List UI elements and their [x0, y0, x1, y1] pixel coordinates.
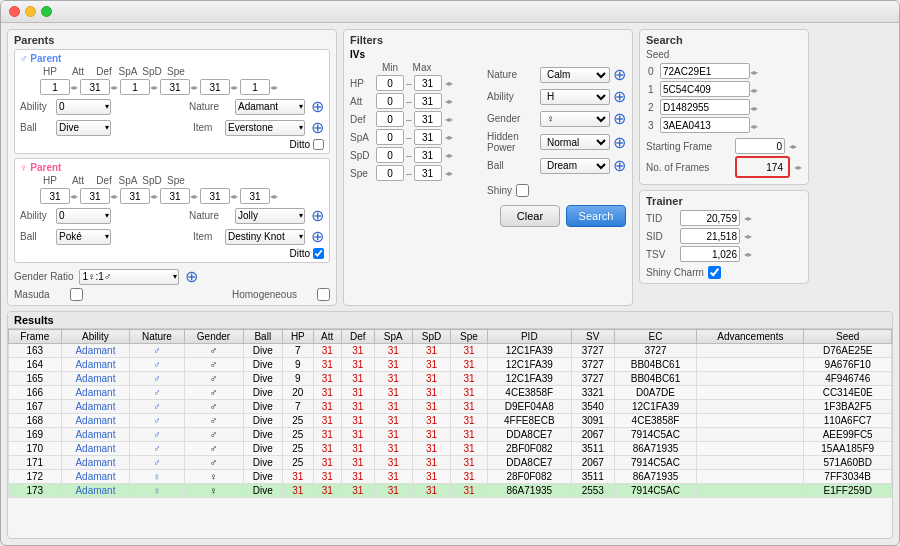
parent1-spe-input[interactable]	[240, 79, 270, 95]
filter-hp-label: HP	[350, 78, 374, 89]
filter-gender-select[interactable]: ♀	[540, 111, 610, 127]
tid-input[interactable]	[680, 210, 740, 226]
parent2-hp-input[interactable]	[40, 188, 70, 204]
homogeneous-label: Homogeneous	[232, 289, 297, 300]
tsv-input[interactable]	[680, 246, 740, 262]
parent1-ball-select[interactable]: Dive	[56, 120, 111, 136]
parent1-ditto-checkbox[interactable]	[313, 139, 324, 150]
seed-input-1[interactable]	[660, 81, 750, 97]
filter-spa-max[interactable]	[414, 129, 442, 145]
ditto-label-p2: Ditto	[289, 248, 310, 259]
table-row[interactable]: 165Adamant♂♂Dive9313131313112C1FA393727B…	[9, 372, 892, 386]
traffic-lights	[9, 6, 52, 17]
seed-input-0[interactable]	[660, 63, 750, 79]
parent1-ability-select[interactable]: 0	[56, 99, 111, 115]
no-frames-stepper: ◂▸	[794, 163, 802, 172]
minimize-button[interactable]	[25, 6, 36, 17]
iv-spa-label: SpA	[118, 66, 138, 77]
homogeneous-checkbox[interactable]	[317, 288, 330, 301]
seed-idx: 3	[646, 116, 658, 134]
parent2-ability-select[interactable]: 0	[56, 208, 111, 224]
filter-hp-max[interactable]	[414, 75, 442, 91]
filter-shiny-checkbox[interactable]	[516, 184, 529, 197]
table-row[interactable]: 169Adamant♂♂Dive253131313131DDA8CE720677…	[9, 428, 892, 442]
filter-hp-stepper: ◂▸	[445, 79, 453, 88]
filter-spd-max[interactable]	[414, 147, 442, 163]
filter-spd-row: SpD – ◂▸	[350, 147, 479, 163]
table-row[interactable]: 168Adamant♂♂Dive2531313131314FFE8ECB3091…	[9, 414, 892, 428]
parent1-att-input[interactable]	[80, 79, 110, 95]
shiny-charm-checkbox[interactable]	[708, 266, 721, 279]
filter-att-label: Att	[350, 96, 374, 107]
filter-spe-max[interactable]	[414, 165, 442, 181]
sid-input[interactable]	[680, 228, 740, 244]
table-row[interactable]: 171Adamant♂♂Dive253131313131DDA8CE720677…	[9, 456, 892, 470]
tsv-row: TSV ◂▸	[646, 246, 802, 262]
ditto-label-p1: Ditto	[289, 139, 310, 150]
filter-spd-min[interactable]	[376, 147, 404, 163]
filter-ball-select[interactable]: Dream	[540, 158, 610, 174]
parent2-ditto-checkbox[interactable]	[313, 248, 324, 259]
table-row[interactable]: 166Adamant♂♂Dive2031313131314CE3858F3321…	[9, 386, 892, 400]
filter-spe-min[interactable]	[376, 165, 404, 181]
table-row[interactable]: 164Adamant♂♂Dive9313131313112C1FA393727B…	[9, 358, 892, 372]
parent2-def-input[interactable]	[120, 188, 150, 204]
filter-ball-row: Ball Dream ⊕	[487, 156, 626, 175]
parent2-ball-select[interactable]: Poké	[56, 229, 111, 245]
iv-att-label: Att	[68, 66, 88, 77]
seed-input-2[interactable]	[660, 99, 750, 115]
parent2-nature-select[interactable]: Jolly	[235, 208, 305, 224]
table-row[interactable]: 172Adamant♀♀Dive31313131313128F0F0823511…	[9, 470, 892, 484]
filter-hp-type-select[interactable]: Normal	[540, 134, 610, 150]
filters-inner: IVs Min Max HP – ◂▸	[350, 49, 626, 197]
starting-frame-label: Starting Frame	[646, 141, 731, 152]
parent2-label: ♀ Parent	[20, 162, 324, 173]
top-row: Parents ♂ Parent HP Att Def SpA SpD	[7, 29, 893, 306]
table-row[interactable]: 163Adamant♂♂Dive7313131313112C1FA3937273…	[9, 344, 892, 358]
filter-ability-select[interactable]: H	[540, 89, 610, 105]
clear-button[interactable]: Clear	[500, 205, 560, 227]
search-button[interactable]: Search	[566, 205, 626, 227]
parent2-item-select[interactable]: Destiny Knot	[225, 229, 305, 245]
filter-spa-min[interactable]	[376, 129, 404, 145]
parent2-spa-input[interactable]	[160, 188, 190, 204]
ivs-filter-label: IVs	[350, 49, 479, 60]
parent1-hp-input[interactable]	[40, 79, 70, 95]
parent1-def-input[interactable]	[120, 79, 150, 95]
filter-def-row: Def – ◂▸	[350, 111, 479, 127]
filter-nature-select[interactable]: Calm	[540, 67, 610, 83]
parent1-item-select[interactable]: Everstone	[225, 120, 305, 136]
filters-title: Filters	[350, 34, 626, 46]
parent2-att-input[interactable]	[80, 188, 110, 204]
no-frames-input[interactable]	[740, 159, 785, 175]
filter-spd-label: SpD	[350, 150, 374, 161]
filter-def-label: Def	[350, 114, 374, 125]
parent1-nature-select[interactable]: Adamant	[235, 99, 305, 115]
seed-input-3[interactable]	[660, 117, 750, 133]
parent2-spd-input[interactable]	[200, 188, 230, 204]
results-table-wrap[interactable]: FrameAbilityNatureGenderBallHPAttDefSpAS…	[8, 329, 892, 538]
parent2-spe-input[interactable]	[240, 188, 270, 204]
masuda-label: Masuda	[14, 289, 50, 300]
table-row[interactable]: 167Adamant♂♂Dive73131313131D9EF04A835401…	[9, 400, 892, 414]
masuda-checkbox[interactable]	[70, 288, 83, 301]
table-row[interactable]: 170Adamant♂♂Dive2531313131312BF0F0823511…	[9, 442, 892, 456]
table-row[interactable]: 173Adamant♀♀Dive31313131313186A719352553…	[9, 484, 892, 498]
col-header-nature: Nature	[130, 330, 184, 344]
gender-ratio-select[interactable]: 1♀:1♂	[79, 269, 179, 285]
filter-hp-min[interactable]	[376, 75, 404, 91]
parent1-spd-input[interactable]	[200, 79, 230, 95]
filter-att-max[interactable]	[414, 93, 442, 109]
parent2-ability-row: Ability 0 Nature Jolly	[20, 206, 324, 225]
filter-def-max[interactable]	[414, 111, 442, 127]
filter-att-min[interactable]	[376, 93, 404, 109]
parent1-spa-input[interactable]	[160, 79, 190, 95]
maximize-button[interactable]	[41, 6, 52, 17]
filter-gender-row: Gender ♀ ⊕	[487, 109, 626, 128]
minmax-header: Min Max	[350, 62, 479, 73]
starting-frame-input[interactable]	[735, 138, 785, 154]
item-label-p2: Item	[193, 231, 221, 242]
starting-frame-row: Starting Frame ◂▸	[646, 138, 802, 154]
close-button[interactable]	[9, 6, 20, 17]
filter-def-min[interactable]	[376, 111, 404, 127]
